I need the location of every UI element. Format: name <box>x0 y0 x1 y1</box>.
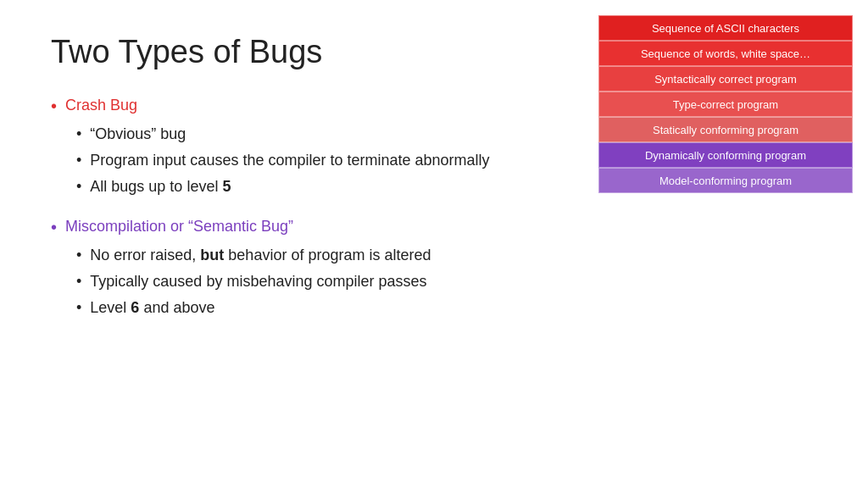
slide: Two Types of Bugs Sequence of ASCII char… <box>0 0 868 488</box>
pyramid-row: Sequence of words, white space… <box>598 41 853 66</box>
pyramid-row: Type-correct program <box>598 92 853 117</box>
bullet-dot: • <box>51 215 57 239</box>
sub-bullet: •Typically caused by misbehaving compile… <box>76 270 817 293</box>
sub-bullet-text: No error raised, but behavior of program… <box>90 244 431 267</box>
pyramid-row: Sequence of ASCII characters <box>598 15 853 41</box>
section-1: •Miscompilation or “Semantic Bug”•No err… <box>51 215 817 319</box>
sub-dot-icon: • <box>76 244 81 267</box>
pyramid-diagram: Sequence of ASCII charactersSequence of … <box>598 15 853 193</box>
pyramid-row: Statically conforming program <box>598 117 853 142</box>
sub-bullet-text: All bugs up to level 5 <box>90 175 231 198</box>
sub-bullets-1: •No error raised, but behavior of progra… <box>76 244 817 319</box>
section-heading: Crash Bug <box>65 94 137 117</box>
sub-dot-icon: • <box>76 175 81 198</box>
sub-dot-icon: • <box>76 149 81 172</box>
sub-dot-icon: • <box>76 270 81 293</box>
section-heading: Miscompilation or “Semantic Bug” <box>65 215 293 238</box>
pyramid-row: Syntactically correct program <box>598 66 853 92</box>
pyramid-row: Dynamically conforming program <box>598 142 853 168</box>
sub-bullet-text: Level 6 and above <box>90 297 214 319</box>
sub-bullet-text: Program input causes the compiler to ter… <box>90 149 489 172</box>
sub-dot-icon: • <box>76 123 81 146</box>
sub-bullet-text: “Obvious” bug <box>90 123 186 146</box>
pyramid-row: Model-conforming program <box>598 168 853 193</box>
bullet-dot: • <box>51 94 57 118</box>
sub-bullet: •No error raised, but behavior of progra… <box>76 244 817 267</box>
sub-bullet-text: Typically caused by misbehaving compiler… <box>90 270 426 293</box>
sub-bullet: •Level 6 and above <box>76 297 817 319</box>
sub-dot-icon: • <box>76 297 81 319</box>
section-heading-row: •Miscompilation or “Semantic Bug” <box>51 215 817 239</box>
